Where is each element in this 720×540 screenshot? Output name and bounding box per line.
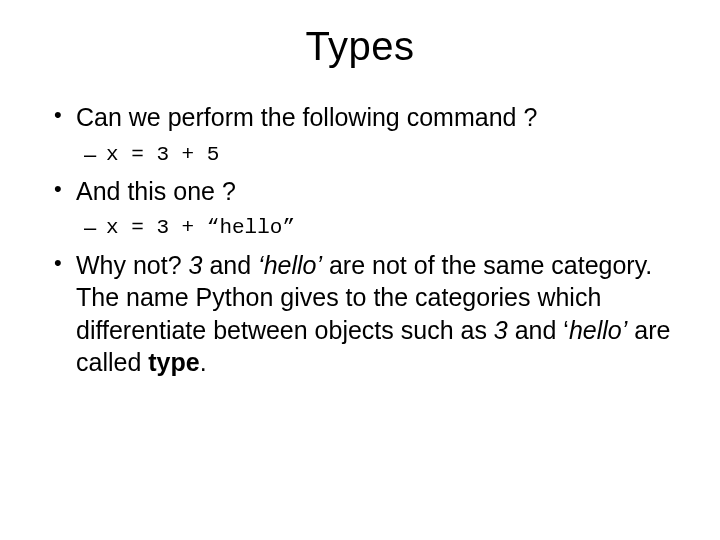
bullet-text: and ‘ [508,316,569,344]
bullet-text: And this one ? [76,177,236,205]
inline-italic: 3 [189,251,203,279]
code-item: x = 3 + “hello” [76,213,672,242]
bullet-text: Can we perform the following command ? [76,103,537,131]
inline-italic: ‘hello’ [258,251,322,279]
bullet-text: and [202,251,258,279]
slide-title: Types [48,24,672,69]
list-item: Why not? 3 and ‘hello’ are not of the sa… [48,249,672,379]
inline-italic: 3 [494,316,508,344]
list-item: And this one ? x = 3 + “hello” [48,175,672,243]
bullet-text: . [200,348,207,376]
bullet-list: Can we perform the following command ? x… [48,101,672,379]
sublist: x = 3 + 5 [76,140,672,169]
code-text: x = 3 + 5 [106,143,219,166]
bullet-text: Why not? [76,251,189,279]
inline-italic: hello’ [569,316,627,344]
code-text: x = 3 + “hello” [106,216,295,239]
sublist: x = 3 + “hello” [76,213,672,242]
list-item: Can we perform the following command ? x… [48,101,672,169]
code-item: x = 3 + 5 [76,140,672,169]
inline-bold: type [148,348,199,376]
